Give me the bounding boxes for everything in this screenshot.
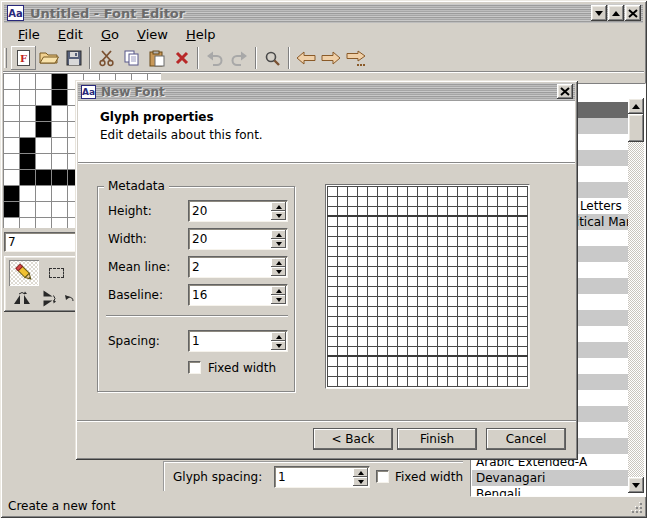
height-input[interactable] — [192, 203, 269, 219]
close-icon — [560, 87, 570, 96]
scroll-up-button[interactable] — [628, 98, 644, 114]
glyph-pixel[interactable] — [20, 170, 35, 185]
delete-button[interactable] — [169, 46, 194, 70]
pencil-tool-button[interactable] — [9, 260, 39, 286]
fixed-width-checkbox[interactable] — [376, 470, 389, 483]
chevron-up-icon — [612, 7, 620, 16]
back-wizard-button[interactable]: < Back — [313, 428, 393, 450]
scroll-down-button[interactable] — [628, 477, 644, 493]
glyph-pixel[interactable] — [36, 106, 51, 121]
width-spinner[interactable] — [271, 230, 286, 248]
spin-up-button[interactable] — [353, 468, 368, 477]
copy-icon — [123, 50, 141, 66]
copy-button[interactable] — [119, 46, 144, 70]
paste-button[interactable] — [144, 46, 169, 70]
window-maximize-button[interactable] — [608, 5, 624, 21]
spin-up-button[interactable] — [271, 230, 286, 239]
baseline-spinner[interactable] — [271, 286, 286, 304]
spin-down-button[interactable] — [353, 477, 368, 486]
spin-down-button[interactable] — [271, 211, 286, 220]
list-scrollbar[interactable] — [628, 98, 644, 493]
baseline-input[interactable] — [192, 287, 269, 303]
arrow-up-icon — [276, 261, 282, 265]
dialog-title: New Font — [101, 85, 165, 99]
spin-down-button[interactable] — [271, 341, 286, 350]
glyph-pixel[interactable] — [20, 154, 35, 169]
glyph-pixel[interactable] — [36, 170, 51, 185]
window-shade-button[interactable] — [591, 5, 607, 21]
spin-down-button[interactable] — [271, 239, 286, 248]
cancel-button[interactable]: Cancel — [486, 428, 566, 450]
dialog-fixed-width-checkbox[interactable] — [188, 361, 201, 374]
title-bar[interactable]: Aa Untitled - Font Editor — [4, 4, 643, 23]
menu-file[interactable]: File — [9, 26, 49, 43]
undo-button[interactable] — [202, 46, 227, 70]
redo-button[interactable] — [227, 46, 252, 70]
width-input[interactable] — [192, 231, 269, 247]
flip-vertical-button[interactable] — [36, 288, 61, 309]
glyph-pixel[interactable] — [52, 74, 67, 89]
height-spinner[interactable] — [271, 202, 286, 220]
height-label: Height: — [108, 204, 152, 218]
zoom-button[interactable] — [260, 46, 285, 70]
glyph-spacing-spinner[interactable] — [353, 468, 368, 486]
open-button[interactable] — [36, 46, 61, 70]
mean-line-field[interactable] — [188, 256, 288, 278]
group-divider — [106, 315, 288, 317]
goto-glyph-button[interactable] — [343, 46, 368, 70]
goto-glyph-icon — [346, 50, 366, 67]
save-floppy-icon — [66, 50, 82, 66]
delete-x-icon — [174, 50, 190, 66]
glyph-pixel[interactable] — [20, 138, 35, 153]
finish-button[interactable]: Finish — [397, 428, 477, 450]
window-close-button[interactable] — [625, 5, 641, 21]
glyph-pixel[interactable] — [52, 170, 67, 185]
new-font-button[interactable]: F — [11, 46, 36, 70]
spacing-label: Spacing: — [108, 334, 160, 348]
menu-go[interactable]: Go — [92, 26, 128, 43]
width-field[interactable] — [188, 228, 288, 250]
spin-down-button[interactable] — [271, 295, 286, 304]
mean-line-spinner[interactable] — [271, 258, 286, 276]
height-field[interactable] — [188, 200, 288, 222]
spin-up-button[interactable] — [271, 332, 286, 341]
list-item[interactable]: Bengali — [472, 486, 630, 497]
glyph-pixel[interactable] — [36, 122, 51, 137]
spin-up-button[interactable] — [271, 258, 286, 267]
flip-horizontal-button[interactable] — [9, 288, 34, 309]
back-button[interactable] — [293, 46, 318, 70]
glyph-spacing-input[interactable] — [278, 469, 351, 485]
baseline-field[interactable] — [188, 284, 288, 306]
spacing-field[interactable] — [188, 330, 288, 352]
list-item[interactable]: Devanagari — [472, 470, 630, 486]
forward-arrow-icon — [321, 51, 341, 65]
spacing-spinner[interactable] — [271, 332, 286, 350]
mean-line-input[interactable] — [192, 259, 269, 275]
glyph-pixel[interactable] — [52, 90, 67, 105]
select-tool-button[interactable] — [41, 260, 71, 286]
save-button[interactable] — [61, 46, 86, 70]
app-icon: Aa — [7, 5, 24, 21]
glyph-pixel[interactable] — [4, 202, 19, 217]
toolbar-grip[interactable] — [4, 48, 7, 68]
glyph-pixel[interactable] — [4, 186, 19, 201]
arrow-down-icon — [276, 270, 282, 274]
glyph-spacing-field[interactable] — [274, 466, 370, 488]
resize-grip[interactable] — [630, 501, 643, 514]
menu-edit[interactable]: Edit — [49, 26, 92, 43]
toolbar-separator — [255, 47, 257, 69]
spacing-input[interactable] — [192, 333, 269, 349]
spin-up-button[interactable] — [271, 202, 286, 211]
baseline-label: Baseline: — [108, 288, 163, 302]
menu-help[interactable]: Help — [177, 26, 225, 43]
forward-button[interactable] — [318, 46, 343, 70]
glyph-spacing-bar: Glyph spacing: Fixed width — [163, 461, 463, 491]
arrow-up-icon — [632, 104, 640, 109]
spin-down-button[interactable] — [271, 267, 286, 276]
cut-button[interactable] — [94, 46, 119, 70]
scrollbar-thumb[interactable] — [628, 114, 644, 142]
spin-up-button[interactable] — [271, 286, 286, 295]
menu-view[interactable]: View — [128, 26, 177, 43]
dialog-title-bar[interactable]: Aa New Font — [78, 83, 575, 101]
dialog-close-button[interactable] — [557, 84, 573, 99]
